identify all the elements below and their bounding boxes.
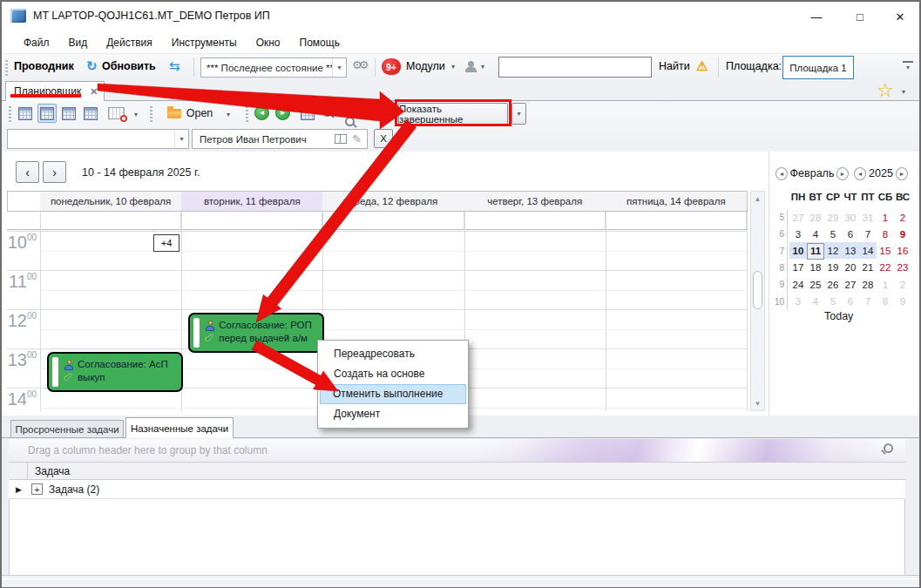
allday-cell-0[interactable]	[40, 212, 181, 229]
context-menu-item-3[interactable]: Документ	[320, 404, 466, 424]
show-completed-dropdown[interactable]: ▾	[511, 103, 526, 125]
zoom-in-icon[interactable]: +	[322, 107, 332, 117]
zoom-out-icon[interactable]	[345, 117, 355, 126]
prev-week-button[interactable]: ‹	[16, 161, 39, 183]
settings-gears-icon[interactable]: ⚙⚙	[352, 58, 365, 71]
menu-item-Вид[interactable]: Вид	[59, 33, 98, 52]
mini-cal-day-2[interactable]: 2	[894, 276, 911, 293]
explorer-button[interactable]: Проводник	[14, 60, 74, 72]
favorites-star-icon[interactable]: ☆	[877, 82, 894, 99]
refresh-button[interactable]: Обновить	[102, 60, 156, 72]
filter-combo[interactable]: ▾	[7, 129, 189, 149]
mini-cal-day-7[interactable]: 7	[859, 226, 877, 242]
view-month-button[interactable]	[81, 104, 100, 123]
prev-year-button[interactable]: ◄	[854, 166, 866, 181]
day-header-1[interactable]: вторник, 11 февраля	[181, 191, 323, 212]
day-header-2[interactable]: среда, 12 февраля	[322, 191, 464, 212]
next-year-button[interactable]: ►	[896, 166, 908, 181]
context-menu-item-2[interactable]: Отменить выполнение	[320, 384, 466, 404]
mini-cal-day-5[interactable]: 5	[824, 226, 842, 242]
mini-cal-day-28[interactable]: 28	[859, 276, 877, 293]
task-group-row[interactable]: ▶ + Задача (2)	[9, 480, 905, 499]
maximize-button[interactable]: □	[845, 7, 875, 26]
mini-cal-day-4[interactable]: 4	[807, 294, 824, 310]
open-dropdown-icon[interactable]: ▾	[227, 111, 230, 118]
warning-icon[interactable]: ⚠	[696, 58, 708, 74]
mini-cal-day-24[interactable]: 24	[789, 276, 807, 293]
mini-cal-day-9[interactable]: 9	[894, 226, 911, 242]
mini-cal-day-25[interactable]: 25	[807, 276, 824, 293]
chevron-down-icon[interactable]: ▾	[451, 63, 455, 71]
mini-cal-day-27[interactable]: 27	[789, 209, 807, 226]
mini-cal-day-19[interactable]: 19	[824, 260, 842, 276]
views-dropdown-icon[interactable]: ▾	[134, 111, 138, 118]
mini-cal-day-12[interactable]: 12	[824, 243, 842, 260]
mini-cal-day-20[interactable]: 20	[842, 260, 859, 276]
mini-cal-day-8[interactable]: 8	[877, 226, 894, 242]
open-button[interactable]: Open	[159, 103, 221, 124]
mini-cal-day-29[interactable]: 29	[824, 209, 842, 226]
today-button[interactable]: Today	[824, 310, 853, 322]
mini-cal-day-7[interactable]: 7	[859, 294, 877, 310]
allday-cell-3[interactable]	[464, 212, 606, 229]
context-menu-item-0[interactable]: Переадресовать	[320, 344, 466, 364]
next-month-button[interactable]: ►	[836, 166, 849, 181]
allday-cell-2[interactable]	[322, 212, 464, 229]
scroll-up-icon[interactable]: ▲	[751, 192, 764, 206]
view-timeline-button[interactable]	[105, 104, 127, 123]
mini-cal-day-26[interactable]: 26	[824, 276, 842, 293]
expand-plus-icon[interactable]: +	[31, 483, 43, 495]
mini-cal-day-3[interactable]: 3	[789, 226, 807, 242]
refresh-icon[interactable]: ↻	[86, 58, 98, 74]
chevron-down-icon[interactable]: ▾	[174, 130, 188, 148]
menu-item-Окно[interactable]: Окно	[247, 33, 290, 52]
search-icon[interactable]	[884, 443, 893, 453]
day-header-0[interactable]: понедельник, 10 февраля	[40, 191, 182, 212]
view-day-button[interactable]	[16, 104, 35, 123]
site-selector[interactable]: Площадка 1	[782, 56, 854, 79]
close-button[interactable]: ✕	[885, 7, 915, 26]
favorites-dropdown-icon[interactable]: ▾	[902, 88, 905, 96]
chevron-down-icon[interactable]: ▾	[481, 63, 484, 71]
tab-close-icon[interactable]: ✕	[90, 86, 98, 98]
scrollbar-thumb[interactable]	[753, 271, 762, 309]
user-edit-icon[interactable]: ✎	[352, 132, 362, 145]
view-workweek-button[interactable]	[37, 104, 57, 123]
bottom-tab-1[interactable]: Назначенные задачи	[125, 417, 234, 438]
chevron-down-icon[interactable]: ▾	[332, 58, 346, 77]
overflow-chip[interactable]: +4	[153, 234, 179, 252]
menu-item-Инструменты[interactable]: Инструменты	[162, 33, 247, 52]
mini-cal-day-31[interactable]: 31	[859, 209, 877, 226]
allday-cell-1[interactable]	[181, 212, 322, 229]
mini-cal-day-6[interactable]: 6	[842, 226, 859, 242]
mini-cal-day-23[interactable]: 23	[894, 260, 911, 276]
allday-cell-4[interactable]	[606, 212, 747, 229]
view-week-button[interactable]	[59, 104, 78, 123]
mini-cal-day-14[interactable]: 14	[859, 243, 877, 260]
row-expand-arrow-icon[interactable]: ▶	[16, 485, 22, 494]
mini-cal-day-4[interactable]: 4	[807, 226, 824, 242]
toolbar-overflow-icon[interactable]: ▾	[903, 61, 913, 74]
modules-button[interactable]: Модули	[406, 60, 445, 72]
clear-user-button[interactable]: X	[374, 129, 393, 148]
mini-cal-day-1[interactable]: 1	[877, 276, 894, 293]
swap-icon[interactable]: ⇆	[169, 58, 180, 74]
minimize-button[interactable]: —	[802, 7, 831, 26]
mini-cal-day-18[interactable]: 18	[807, 260, 824, 276]
menu-item-Действия[interactable]: Действия	[97, 33, 162, 52]
grid-header-row[interactable]: Задача	[9, 462, 905, 480]
mini-cal-day-5[interactable]: 5	[824, 294, 842, 310]
scroll-down-icon[interactable]: ▼	[751, 396, 764, 410]
menu-item-Помощь[interactable]: Помощь	[290, 33, 349, 52]
user-book-icon[interactable]	[335, 134, 347, 144]
find-button[interactable]: Найти	[659, 60, 690, 72]
mini-cal-day-2[interactable]: 2	[894, 209, 911, 226]
calendar-scrollbar[interactable]: ▲ ▼	[750, 191, 765, 411]
event-card-1[interactable]: Согласование: АсП✔выкуп	[47, 352, 183, 392]
user-mention-icon[interactable]	[465, 61, 477, 72]
mini-cal-day-28[interactable]: 28	[807, 209, 824, 226]
menu-item-Файл[interactable]: Файл	[14, 33, 59, 52]
mini-cal-day-3[interactable]: 3	[789, 294, 807, 310]
event-card-0[interactable]: Согласование: РОП✔перед выдачей а/м	[188, 313, 324, 353]
group-by-bar[interactable]: Drag a column header here to group by th…	[9, 439, 905, 462]
